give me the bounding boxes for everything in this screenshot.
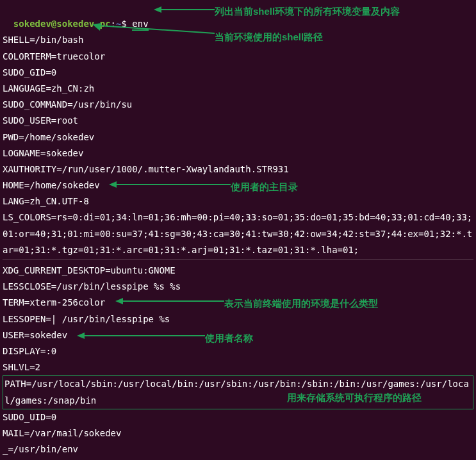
divider [3,259,473,260]
annotation-home: 使用者的主目录 [231,178,298,195]
user-host: sokedev@sokedev-pc [13,19,111,29]
annotation-env-cmd: 列出当前shell环境下的所有环境变量及内容 [215,3,400,20]
colon: : [111,19,116,29]
env-lang: LANG=zh_CN.UTF-8 [3,193,473,209]
env-mail: MAIL=/var/mail/sokedev [3,425,473,441]
env-xauthority: XAUTHORITY=/run/user/1000/.mutter-Xwayla… [3,161,473,177]
env-sudo-uid: SUDO_UID=0 [3,409,473,425]
env-shlvl: SHLVL=2 [3,359,473,375]
annotation-shell: 当前环境使用的shell路径 [215,28,323,45]
annotation-path: 用来存储系统可执行程序的路径 [287,389,422,406]
annotation-term: 表示当前终端使用的环境是什么类型 [224,295,378,312]
env-lessopen: LESSOPEN=| /usr/bin/lesspipe %s [3,311,473,327]
env-sudo-command: SUDO_COMMAND=/usr/bin/su [3,97,473,113]
prompt-symbol: $ [121,19,126,29]
annotation-user: 使用者名称 [205,329,253,347]
env-colorterm: COLORTERM=truecolor [3,49,473,65]
env-logname: LOGNAME=sokedev [3,145,473,161]
env-path-box: PATH=/usr/local/sbin:/usr/local/bin:/usr… [3,375,473,409]
env-ls-colors: LS_COLORS=rs=0:di=01;34:ln=01;36:mh=00:p… [3,209,473,258]
env-sudo-user: SUDO_USER=root [3,113,473,129]
env-pwd: PWD=/home/sokedev [3,129,473,145]
env-language: LANGUAGE=zh_CN:zh [3,81,473,97]
env-sudo-gid: SUDO_GID=0 [3,65,473,81]
env-lessclose: LESSCLOSE=/usr/bin/lesspipe %s %s [3,279,473,295]
env-underscore: _=/usr/bin/env [3,441,473,457]
command-env[interactable]: env [132,19,148,31]
env-xdg-desktop: XDG_CURRENT_DESKTOP=ubuntu:GNOME [3,263,473,279]
